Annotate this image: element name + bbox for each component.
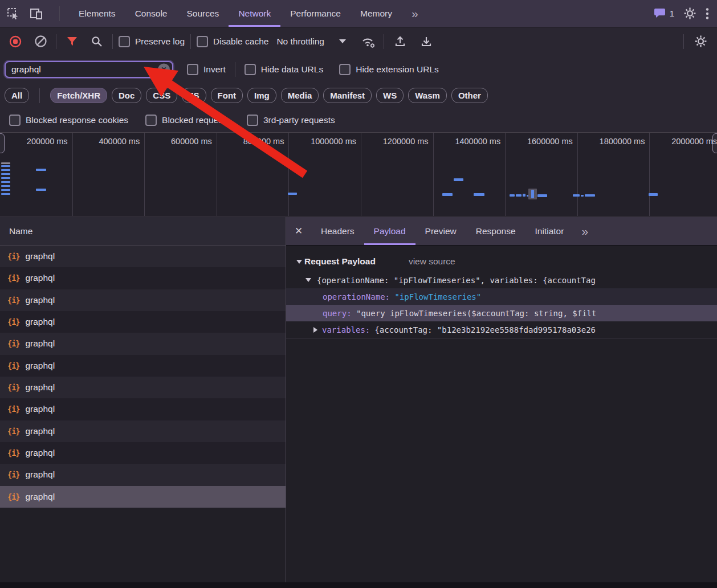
expand-triangle-icon[interactable]: [313, 327, 317, 333]
search-icon[interactable]: [87, 35, 107, 48]
chip-other[interactable]: Other: [451, 88, 488, 103]
checkbox-label[interactable]: Blocked response cookies: [26, 115, 128, 125]
request-name: graphql: [25, 273, 55, 283]
disable-cache-label[interactable]: Disable cache: [213, 36, 268, 47]
timeline-tick-label: 600000 ms: [171, 137, 212, 146]
chip-wasm[interactable]: Wasm: [408, 88, 447, 103]
details-tab-headers[interactable]: Headers: [311, 217, 364, 245]
details-tab-response[interactable]: Response: [466, 217, 525, 245]
tab-performance[interactable]: Performance: [280, 0, 351, 27]
payload-section-title: Request Payload: [304, 256, 376, 267]
details-tab-payload[interactable]: Payload: [364, 217, 415, 245]
chip-media[interactable]: Media: [281, 88, 319, 103]
resource-type-filter-row: AllFetch/XHRDocCSSJSFontImgMediaManifest…: [0, 83, 717, 108]
request-row[interactable]: {i}graphql: [0, 267, 286, 289]
request-row[interactable]: {i}graphql: [0, 311, 286, 333]
tab-memory[interactable]: Memory: [351, 0, 402, 27]
chip-ws[interactable]: WS: [376, 88, 404, 103]
filter-funnel-icon[interactable]: [62, 36, 82, 46]
checkbox-label[interactable]: Blocked requests: [162, 115, 230, 125]
checkbox-label[interactable]: 3rd-party requests: [263, 115, 335, 125]
fetch-json-icon: {i}: [7, 405, 19, 414]
request-row[interactable]: {i}graphql: [0, 289, 286, 311]
tab-network[interactable]: Network: [229, 0, 280, 27]
request-row[interactable]: {i}graphql: [0, 355, 286, 377]
clear-network-log-icon[interactable]: [31, 35, 50, 48]
kebab-menu-icon[interactable]: [706, 7, 709, 20]
timeline-tick-label: 200000 ms: [27, 137, 68, 146]
hide-data-urls-checkbox[interactable]: [245, 64, 256, 75]
request-name: graphql: [25, 448, 55, 458]
preserve-log-label[interactable]: Preserve log: [135, 36, 185, 47]
payload-root-line[interactable]: {operationName: "ipFlowTimeseries", vari…: [286, 272, 717, 288]
chip-all[interactable]: All: [5, 88, 29, 103]
request-row[interactable]: {i}graphql: [0, 398, 286, 420]
issues-indicator[interactable]: 1: [654, 8, 674, 19]
chip-manifest[interactable]: Manifest: [323, 88, 372, 103]
collapse-triangle-icon[interactable]: [305, 278, 311, 282]
payload-operation-line[interactable]: operationName: "ipFlowTimeseries": [286, 288, 717, 305]
preserve-log-checkbox[interactable]: [119, 36, 130, 47]
hide-extension-urls-checkbox[interactable]: [339, 64, 351, 75]
payload-variables-line[interactable]: variables: {accountTag: "b12e3b2192ee558…: [286, 321, 717, 338]
waterfall-bar: [510, 194, 515, 197]
blocked-requests-checkbox[interactable]: [145, 115, 157, 126]
network-conditions-icon[interactable]: [357, 35, 378, 48]
device-toolbar-icon[interactable]: [30, 7, 43, 20]
network-toolbar: Preserve log Disable cache No throttling: [0, 27, 717, 55]
tab-sources[interactable]: Sources: [177, 0, 229, 27]
chip-font[interactable]: Font: [211, 88, 243, 103]
fetch-json-icon: {i}: [7, 383, 19, 392]
divider: [39, 88, 40, 103]
throttling-select[interactable]: No throttling: [276, 36, 346, 47]
network-overview-timeline[interactable]: 200000 ms400000 ms600000 ms800000 ms1000…: [0, 132, 717, 217]
collapse-triangle-icon[interactable]: [296, 260, 302, 264]
timeline-tick-label: 1200000 ms: [383, 137, 429, 146]
clear-filter-icon[interactable]: ✕: [158, 63, 170, 75]
chip-css[interactable]: CSS: [146, 88, 177, 103]
request-row[interactable]: {i}graphql: [0, 464, 286, 485]
hide-extension-urls-label[interactable]: Hide extension URLs: [356, 64, 439, 75]
payload-query-line[interactable]: query: "query ipFlowTimeseries($accountT…: [286, 305, 717, 321]
filter-input[interactable]: [5, 61, 173, 78]
blocked-response-cookies-checkbox[interactable]: [9, 115, 21, 126]
invert-checkbox[interactable]: [187, 64, 198, 75]
fetch-json-icon: {i}: [7, 296, 19, 305]
chip-js[interactable]: JS: [182, 88, 206, 103]
details-tab-preview[interactable]: Preview: [415, 217, 466, 245]
close-icon[interactable]: ✕: [286, 217, 311, 245]
tab-elements[interactable]: Elements: [69, 0, 125, 27]
divider: [235, 62, 235, 77]
tab-console[interactable]: Console: [125, 0, 177, 27]
network-settings-icon[interactable]: [690, 35, 711, 48]
waterfall-bar: [581, 195, 584, 197]
payload-view: Request Payload view source {operationNa…: [286, 246, 717, 582]
chip-fetch-xhr[interactable]: Fetch/XHR: [50, 88, 107, 103]
request-name: graphql: [25, 426, 55, 436]
waterfall-bar: [649, 193, 658, 196]
details-tab-initiator[interactable]: Initiator: [525, 217, 574, 245]
name-column-header[interactable]: Name: [0, 217, 286, 246]
request-row[interactable]: {i}graphql: [0, 486, 286, 508]
request-row[interactable]: {i}graphql: [0, 333, 286, 354]
request-row[interactable]: {i}graphql: [0, 246, 286, 267]
settings-icon[interactable]: [683, 7, 696, 20]
inspect-element-icon[interactable]: [7, 7, 19, 20]
chip-doc[interactable]: Doc: [112, 88, 141, 103]
request-row[interactable]: {i}graphql: [0, 377, 286, 398]
waterfall-bar: [474, 193, 484, 196]
more-tabs-icon[interactable]: »: [573, 217, 596, 245]
view-source-link[interactable]: view source: [409, 256, 455, 267]
throttling-value: No throttling: [276, 36, 324, 47]
chip-img[interactable]: Img: [247, 88, 276, 103]
export-har-icon[interactable]: [416, 35, 437, 48]
import-har-icon[interactable]: [390, 35, 410, 48]
invert-label[interactable]: Invert: [203, 64, 226, 75]
3rd-party-requests-checkbox[interactable]: [247, 115, 258, 126]
request-row[interactable]: {i}graphql: [0, 442, 286, 464]
more-panels-icon[interactable]: »: [402, 0, 428, 27]
disable-cache-checkbox[interactable]: [197, 36, 208, 47]
request-row[interactable]: {i}graphql: [0, 420, 286, 442]
record-network-log-icon[interactable]: [6, 35, 25, 48]
hide-data-urls-label[interactable]: Hide data URLs: [261, 64, 323, 75]
